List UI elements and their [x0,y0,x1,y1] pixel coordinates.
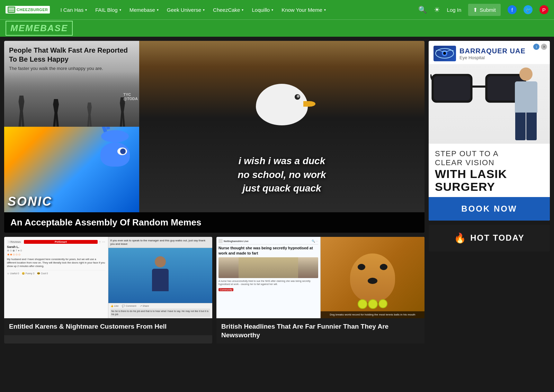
pinterest-icon[interactable]: P [539,5,548,14]
memebase-caret: ▾ [157,8,159,12]
barraquer-logo [434,46,456,61]
ad-close-icon[interactable]: ✕ [541,44,547,50]
nav-item-loquillo[interactable]: Loquillo ▾ [248,0,277,19]
top-nav: CHEEZBURGER I Can Has ▾ FAIL Blog ▾ Meme… [0,0,554,19]
submit-button[interactable]: ⬆ Submit [468,4,501,16]
featured-card[interactable]: People That Walk Fast Are Reported To Be… [4,41,425,233]
svg-rect-2 [8,9,15,10]
svg-point-6 [443,52,446,55]
logo-icon [8,7,15,13]
svg-rect-3 [8,11,15,12]
tyc-watermark: TYC@TODA [123,92,138,101]
ad-surgery-text: WITH LASIKSURGERY [435,168,544,194]
dog-caption: Dog breaks world record for holding the … [321,311,425,318]
cheezburger-name: CHEEZBURGER [17,8,48,12]
memebase-brand[interactable]: MEMEBASE [6,21,73,36]
knowyourmeme-caret: ▾ [324,8,326,12]
upload-icon: ⬆ [473,7,477,13]
sonic-text: SONIC [8,194,52,209]
theme-toggle-icon[interactable]: ☀ [434,6,440,14]
ad-step-text: STEP OUT TO ACLEAR VISION [435,149,544,168]
ad-image-area [429,64,550,144]
karens-card[interactable]: ‹ Reviews PetSmart ↑ ··· Sarah L. ⊕ 0 ◉ … [4,237,212,344]
nav-item-geek[interactable]: Geek Universe ▾ [163,0,209,19]
nav-item-fail[interactable]: FAIL Blog ▾ [91,0,125,19]
featured-title: An Acceptable Assembly Of Random Memes [10,217,201,228]
svg-rect-12 [434,76,470,100]
sonic-image: SONIC [4,127,139,213]
karens-title: Entitled Karens & Nightmare Customers Fr… [9,323,167,330]
svg-rect-1 [8,8,15,9]
ad-brand-info: BARRAQUER UAE Eye Hospital [459,47,526,60]
book-now-button[interactable]: BOOK NOW [429,197,550,221]
geek-caret: ▾ [203,8,205,12]
nav-item-cheezcake[interactable]: CheezCake ▾ [209,0,248,19]
featured-title-bar: An Acceptable Assembly Of Random Memes [4,212,425,233]
advertisement-block: i ✕ BARRAQUER UAE Eye Hos [429,41,550,221]
cheezcake-caret: ▾ [242,8,243,12]
nav-item-memebase[interactable]: Memebase ▾ [125,0,163,19]
hot-today-label: HOT TODAY [470,233,525,243]
nav-item-knowyourmeme[interactable]: Know Your Meme ▾ [277,0,330,19]
walk-fast-image: People That Walk Fast Are Reported To Be… [4,41,139,127]
nav-item-ican[interactable]: I Can Has ▾ [56,0,91,19]
ad-text-area: STEP OUT TO ACLEAR VISION WITH LASIKSURG… [429,144,550,197]
eye-logo-icon [435,47,454,60]
ad-person-silhouette [511,68,541,144]
ad-info-icon[interactable]: i [533,44,539,50]
login-button[interactable]: Log In [447,7,462,13]
british-card[interactable]: Nottinghamshire Live 🔍 ··· Nurse thought… [216,237,425,344]
karens-title-bar: Entitled Karens & Nightmare Customers Fr… [4,318,212,335]
secondary-nav: MEMEBASE [0,19,554,37]
dog-tennis-thumb: Dog breaks world record for holding the … [321,237,425,318]
facebook-icon[interactable]: f [508,5,517,14]
ad-brand-sub: Eye Hospital [459,55,526,60]
twitter-icon[interactable]: 🐦 [524,5,533,14]
ad-controls: i ✕ [533,44,547,50]
british-title: British Headlines That Are Far Funnier T… [221,323,388,339]
duck-image: i wish i was a duckno school, no workjus… [139,41,425,212]
fail-caret: ▾ [119,8,121,12]
svg-line-10 [430,74,432,80]
petsmart-review-thumb: ‹ Reviews PetSmart ↑ ··· Sarah L. ⊕ 0 ◉ … [4,237,108,318]
walk-fast-title: People That Walk Fast Are Reported To Be… [9,46,134,64]
cheezburger-logo[interactable]: CHEEZBURGER [6,6,50,14]
ican-caret: ▾ [85,8,87,12]
fire-icon: 🔥 [454,232,466,244]
walk-fast-subtitle: The faster you walk the more unhappy you… [9,66,134,71]
search-icon[interactable]: 🔍 [418,6,427,14]
loquillo-caret: ▾ [271,8,273,12]
hot-today-block[interactable]: 🔥 HOT TODAY [429,225,550,251]
duck-text-overlay: i wish i was a duckno school, no workjus… [139,154,425,195]
manager-meme-thumb: If you ever ask to speak to the manager … [108,237,213,318]
ad-brand-name: BARRAQUER UAE [459,47,526,55]
nurse-headline-thumb: Nottinghamshire Live 🔍 ··· Nurse thought… [216,237,321,318]
british-title-bar: British Headlines That Are Far Funnier T… [216,318,425,344]
